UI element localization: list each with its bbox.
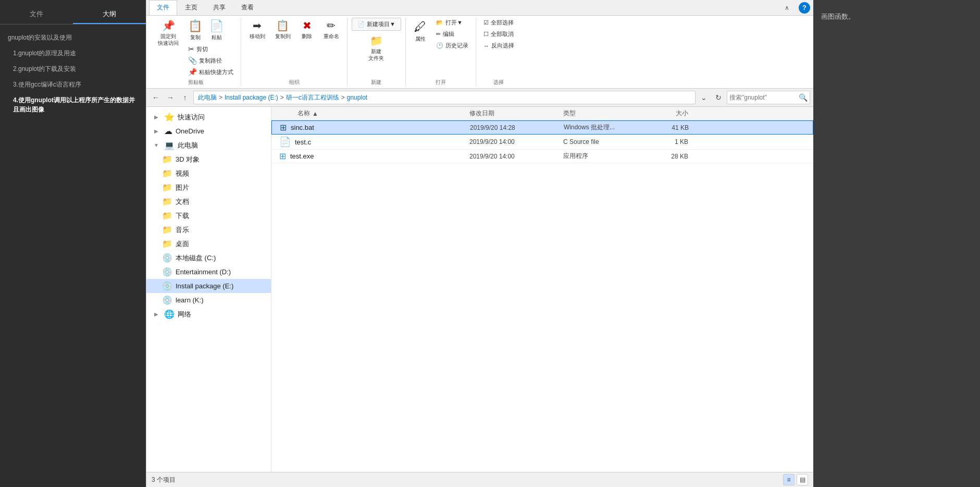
copy-button[interactable]: 📋 复制 (185, 18, 205, 43)
paste-shortcut-label: 粘贴快捷方式 (199, 68, 233, 76)
up-button[interactable]: ↑ (179, 91, 191, 104)
path-separator-3: > (341, 94, 345, 101)
file-icon-exe: ⊞ (279, 151, 286, 161)
copy-to-button[interactable]: 📋 复制到 (271, 18, 294, 42)
edit-button[interactable]: ✏ 编辑 (433, 29, 472, 39)
file-name-cell: ⊞ test.exe (271, 151, 469, 161)
help-button[interactable]: ? (799, 2, 810, 14)
move-to-button[interactable]: ➡ 移动到 (245, 18, 269, 42)
cut-icon: ✂ (188, 45, 194, 53)
tree-item-diskc[interactable]: 💿 本地磁盘 (C:) (146, 251, 271, 265)
search-input[interactable] (729, 94, 799, 101)
outline-item-2[interactable]: 2.gnuplot的下载及安装 (0, 61, 146, 77)
history-button[interactable]: 🕐 历史记录 (433, 41, 472, 51)
tree-item-quickaccess[interactable]: ▶ ⭐ 快速访问 (146, 110, 271, 124)
tab-dagang[interactable]: 大纲 (73, 5, 146, 24)
tree-item-diske[interactable]: 💿 Install package (E:) (146, 279, 271, 293)
col-type[interactable]: 类型 (563, 109, 647, 118)
table-row[interactable]: ⊞ test.exe 2019/9/20 14:00 应用程序 28 KB (271, 150, 813, 163)
search-box[interactable]: 🔍 (727, 91, 810, 104)
path-separator-1: > (219, 94, 222, 101)
file-name-label: test.exe (290, 152, 314, 160)
detail-view-button[interactable]: ▤ (797, 474, 808, 485)
paste-shortcut-button[interactable]: 📌 粘贴快捷方式 (185, 67, 237, 77)
list-view-button[interactable]: ≡ (783, 474, 795, 485)
table-row[interactable]: 📄 test.c 2019/9/20 14:00 C Source file 1… (271, 135, 813, 150)
edit-icon: ✏ (436, 31, 441, 38)
col-date[interactable]: 修改日期 (469, 109, 563, 118)
tab-wenjian[interactable]: 文件 (0, 5, 73, 24)
table-row[interactable]: ⊞ sinc.bat 2019/9/20 14:28 Windows 批处理..… (271, 120, 813, 135)
open-button[interactable]: 📂 打开▼ (433, 18, 472, 28)
pictures-label: 图片 (176, 183, 266, 192)
ribbon-tab-file[interactable]: 文件 (149, 0, 177, 15)
edit-label: 编辑 (443, 30, 454, 38)
new-folder-button[interactable]: 📁 新建 文件夹 (365, 33, 387, 63)
music-icon: 📁 (162, 225, 172, 235)
refresh-button[interactable]: ↻ (712, 91, 725, 104)
collapse-quickaccess-icon[interactable]: ▶ (152, 113, 161, 122)
collapse-ribbon-button[interactable]: ∧ (781, 2, 792, 14)
tree-item-onedrive[interactable]: ▶ ☁ OneDrive (146, 124, 271, 138)
paste-label: 粘贴 (212, 34, 222, 41)
ribbon-tab-share[interactable]: 共享 (205, 0, 233, 15)
collapse-onedrive-icon[interactable]: ▶ (152, 127, 161, 136)
select-all-button[interactable]: ☑ 全部选择 (480, 18, 517, 28)
videos-label: 视频 (176, 169, 266, 178)
open-label: 打开▼ (445, 19, 463, 27)
desktop-label: 桌面 (176, 239, 266, 249)
file-type-cell: Windows 批处理... (564, 123, 647, 132)
tree-item-documents[interactable]: 📁 文档 (146, 194, 271, 209)
copy-path-icon: 📎 (188, 56, 197, 65)
deselect-all-button[interactable]: ☐ 全部取消 (480, 29, 517, 39)
forward-button[interactable]: → (164, 91, 177, 104)
diskd-label: Entertainment (D:) (176, 268, 266, 276)
outline-item-4[interactable]: 4.使用gnuplot调用以上程序所产生的数据并且画出图像 (0, 92, 146, 117)
path-part-pc[interactable]: 此电脑 (198, 93, 217, 102)
invert-selection-button[interactable]: ↔ 反向选择 (480, 41, 517, 51)
copy-path-button[interactable]: 📎 复制路径 (185, 55, 237, 66)
dropdown-button[interactable]: ⌄ (698, 91, 710, 104)
back-button[interactable]: ← (150, 91, 162, 104)
outline-item-0[interactable]: gnuplot的安装以及使用 (0, 30, 146, 45)
delete-button[interactable]: ✖ 删除 (296, 18, 317, 42)
tree-item-network[interactable]: ▶ 🌐 网络 (146, 307, 271, 321)
file-date-cell: 2019/9/20 14:00 (469, 138, 563, 145)
copy-icon: 📋 (188, 19, 202, 33)
outline-item-1[interactable]: 1.gnuplot的原理及用途 (0, 45, 146, 61)
tree-item-thispc[interactable]: ▼ 💻 此电脑 (146, 138, 271, 152)
collapse-thispc-icon[interactable]: ▼ (152, 141, 161, 150)
tree-item-pictures[interactable]: 📁 图片 (146, 180, 271, 194)
tree-item-diskd[interactable]: 💿 Entertainment (D:) (146, 265, 271, 279)
collapse-network-icon[interactable]: ▶ (152, 310, 161, 319)
paste-button[interactable]: 📄 粘贴 (206, 18, 227, 43)
diskk-label: learn (K:) (176, 296, 266, 304)
cut-button[interactable]: ✂ 剪切 (185, 44, 237, 54)
tree-item-diskk[interactable]: 💿 learn (K:) (146, 293, 271, 307)
properties-button[interactable]: 🖊 属性 (410, 18, 431, 44)
tree-item-downloads[interactable]: 📁 下载 (146, 209, 271, 223)
pin-label: 固定到 快速访问 (158, 33, 179, 46)
tree-item-music[interactable]: 📁 音乐 (146, 223, 271, 237)
network-label: 网络 (178, 310, 266, 319)
onedrive-icon: ☁ (164, 126, 172, 136)
col-name[interactable]: 名称 ▲ (271, 109, 469, 118)
path-separator-2: > (280, 94, 284, 101)
tree-item-desktop[interactable]: 📁 桌面 (146, 237, 271, 251)
path-part-study[interactable]: 研一c语言工程训练 (286, 93, 339, 102)
path-part-gnuplot[interactable]: gnuplot (347, 94, 367, 101)
ribbon-tab-home[interactable]: 主页 (177, 0, 205, 15)
tree-item-videos[interactable]: 📁 视频 (146, 166, 271, 180)
ribbon-tab-view[interactable]: 查看 (233, 0, 262, 15)
rename-button[interactable]: ✏ 重命名 (319, 18, 343, 42)
new-item-button[interactable]: 📄 新建项目▼ (352, 18, 401, 31)
tree-item-3dobjects[interactable]: 📁 3D 对象 (146, 152, 271, 166)
3dobjects-label: 3D 对象 (176, 155, 266, 164)
paste-icon: 📄 (209, 19, 224, 33)
outline-item-3[interactable]: 3.使用gcc编译c语言程序 (0, 77, 146, 92)
path-part-install[interactable]: Install package (E:) (225, 94, 278, 101)
col-size[interactable]: 大小 (647, 109, 699, 118)
address-path[interactable]: 此电脑 > Install package (E:) > 研一c语言工程训练 >… (193, 91, 696, 104)
downloads-label: 下载 (176, 211, 266, 221)
pin-quick-access-button[interactable]: 📌 固定到 快速访问 (155, 18, 182, 48)
